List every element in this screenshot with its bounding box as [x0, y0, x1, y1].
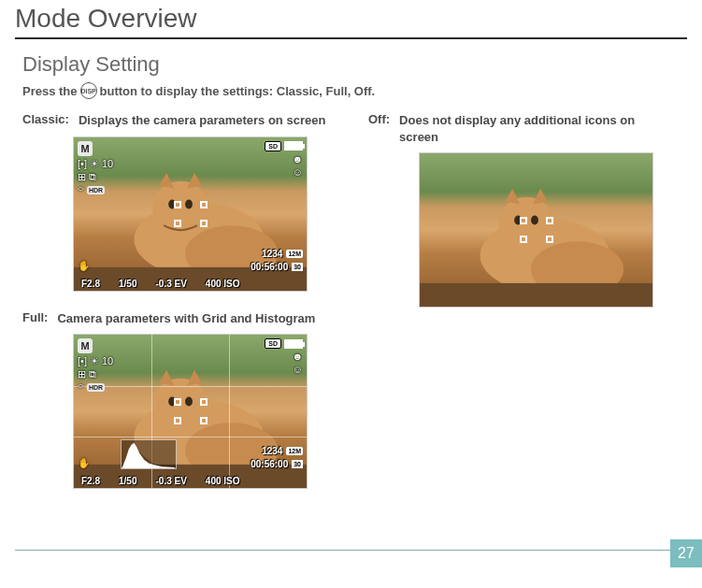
osd-right-top: SD ☻ ☺	[265, 141, 303, 178]
osd-left-icons: M [•]☀10 ⊞⧉ ⌔HDR	[78, 141, 113, 195]
wb-icon: ☀	[90, 356, 99, 366]
svg-marker-16	[122, 443, 176, 468]
smile-icon: ☺	[293, 365, 303, 375]
sd-icon: SD	[265, 338, 281, 349]
classic-label: Classic:	[22, 112, 69, 129]
iso: 400 ISO	[206, 279, 240, 289]
full-row: Full: Camera parameters with Grid and Hi…	[22, 310, 331, 327]
stabilization-icon: ✋	[78, 457, 91, 469]
stabilization-icon: ✋	[78, 260, 91, 272]
osd-right-bottom: 123412M 00:56:0030	[251, 446, 303, 469]
svg-marker-20	[533, 189, 548, 205]
off-row: Off: Does not display any additional ico…	[368, 112, 677, 145]
page-title: Mode Overview	[15, 0, 687, 37]
wifi-icon: ⌔	[78, 382, 84, 393]
shutter: 1/50	[119, 279, 136, 289]
svg-marker-3	[187, 172, 202, 188]
disp-icon: DISP	[80, 82, 97, 99]
iso: 400 ISO	[206, 476, 240, 486]
aperture: F2.8	[81, 476, 100, 486]
video-time: 00:56:00	[251, 459, 288, 469]
face-detect-icon: ☻	[292, 154, 303, 165]
off-label: Off:	[368, 112, 390, 145]
columns: Classic: Displays the camera parameters …	[22, 112, 687, 508]
off-screen	[419, 152, 653, 308]
right-column: Off: Does not display any additional ico…	[368, 112, 677, 508]
af-icon: ⊞	[78, 172, 86, 182]
af-icon: ⊞	[78, 369, 86, 380]
focus-brackets	[174, 398, 208, 424]
wb-icon: ☀	[90, 159, 99, 169]
burst-icon: ⧉	[89, 172, 96, 182]
histogram	[121, 439, 177, 469]
battery-icon	[284, 339, 303, 349]
osd-right-bottom: 123412M 00:56:0030	[251, 249, 303, 272]
section-title: Display Setting	[22, 52, 687, 77]
mode-icon: M	[78, 141, 93, 156]
osd-bottom: F2.8 1/50 -0.3 EV 400 ISO	[74, 279, 307, 289]
resolution-tag: 12M	[286, 250, 303, 258]
classic-row: Classic: Displays the camera parameters …	[22, 112, 331, 129]
svg-marker-11	[187, 370, 202, 386]
title-rule	[15, 37, 687, 39]
timer-icon: 10	[102, 356, 113, 366]
smile-icon: ☺	[293, 167, 303, 178]
full-block: Full: Camera parameters with Grid and Hi…	[22, 310, 331, 490]
ev: -0.3 EV	[155, 279, 186, 289]
video-time: 00:56:00	[251, 262, 288, 272]
osd-right-top: SD ☻ ☺	[265, 338, 303, 375]
fps-tag: 30	[292, 460, 303, 468]
bottom-rule	[15, 550, 687, 551]
instruction-pre: Press the	[22, 84, 78, 98]
shutter: 1/50	[119, 476, 136, 486]
left-column: Classic: Displays the camera parameters …	[22, 112, 331, 508]
off-block: Off: Does not display any additional ico…	[368, 112, 677, 308]
aperture: F2.8	[81, 279, 100, 289]
ev: -0.3 EV	[155, 476, 186, 486]
classic-desc: Displays the camera parameters on screen	[79, 112, 325, 129]
focus-brackets	[174, 201, 208, 227]
focus-brackets	[520, 217, 553, 243]
off-desc: Does not display any additional icons on…	[399, 112, 677, 145]
hdr-icon: HDR	[87, 186, 105, 194]
metering-icon: [•]	[78, 159, 87, 169]
frame-count: 1234	[262, 446, 282, 456]
face-detect-icon: ☻	[292, 351, 303, 362]
full-label: Full:	[22, 310, 48, 327]
svg-marker-10	[159, 370, 174, 386]
burst-icon: ⧉	[89, 369, 96, 380]
osd-bottom: F2.8 1/50 -0.3 EV 400 ISO	[74, 476, 307, 486]
instruction: Press the DISP button to display the set…	[22, 82, 687, 99]
metering-icon: [•]	[78, 356, 87, 366]
svg-marker-19	[505, 189, 520, 205]
resolution-tag: 12M	[286, 447, 303, 455]
osd-left-icons: M [•]☀10 ⊞⧉ ⌔HDR	[78, 338, 113, 393]
battery-icon	[284, 141, 303, 151]
full-screen: M [•]☀10 ⊞⧉ ⌔HDR SD ☻ ☺ ✋	[73, 334, 308, 489]
timer-icon: 10	[102, 159, 113, 169]
svg-marker-2	[159, 172, 174, 188]
wifi-icon: ⌔	[78, 185, 84, 195]
frame-count: 1234	[262, 249, 282, 259]
classic-screen: M [•]☀10 ⊞⧉ ⌔HDR SD ☻ ☺ ✋	[73, 136, 308, 292]
full-desc: Camera parameters with Grid and Histogra…	[57, 310, 315, 327]
classic-block: Classic: Displays the camera parameters …	[22, 112, 331, 292]
mode-icon: M	[78, 338, 93, 353]
hdr-icon: HDR	[87, 383, 105, 392]
page-number: 27	[670, 539, 702, 567]
sd-icon: SD	[265, 141, 281, 151]
svg-rect-24	[420, 283, 652, 308]
instruction-post: button to display the settings: Classic,…	[100, 84, 376, 98]
fps-tag: 30	[292, 263, 303, 271]
